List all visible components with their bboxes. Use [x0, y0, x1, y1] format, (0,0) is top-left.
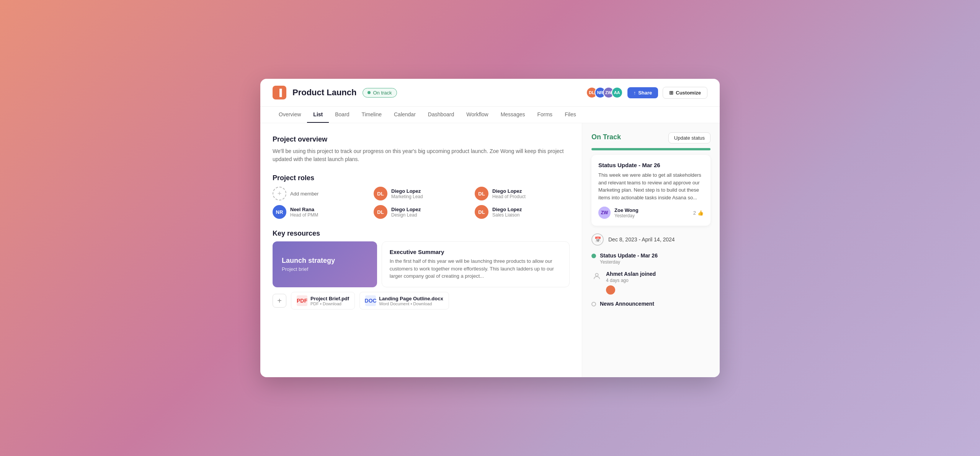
- file-meta-pdf: Project Brief.pdf PDF • Download: [310, 296, 349, 306]
- activity-title-news: News Announcement: [600, 301, 654, 307]
- activity-content-status: Status Update - Mar 26 Yesterday: [600, 252, 658, 265]
- file-items: + PDF Project Brief.pdf PDF • Download D…: [273, 292, 570, 309]
- launch-strategy-card[interactable]: Launch strategy Project brief: [273, 241, 377, 287]
- calendar-icon: 📅: [591, 233, 604, 246]
- update-status-button[interactable]: Update status: [668, 132, 710, 143]
- status-user: ZW Zoe Wong Yesterday: [598, 207, 639, 219]
- share-button[interactable]: ↑ Share: [627, 87, 658, 98]
- file-item-doc[interactable]: DOC Landing Page Outline.docx Word Docum…: [359, 292, 449, 309]
- status-card-footer: ZW Zoe Wong Yesterday 2 👍: [598, 207, 704, 219]
- tab-forms[interactable]: Forms: [531, 107, 559, 123]
- activity-item-news: News Announcement: [591, 301, 710, 307]
- right-panel-header: On Track Update status: [591, 132, 710, 143]
- activity-avatar-joined: [606, 285, 615, 295]
- avatar-group: DL NR ZW AA: [586, 87, 623, 98]
- file-info-pdf: PDF • Download: [310, 301, 349, 306]
- tab-overview[interactable]: Overview: [273, 107, 307, 123]
- pdf-icon: PDF: [297, 295, 307, 306]
- tab-list[interactable]: List: [307, 107, 329, 123]
- launch-strategy-title: Launch strategy: [282, 257, 368, 265]
- role-avatar: DL: [475, 205, 488, 219]
- activity-content-joined: Ahmet Aslan joined 4 days ago: [606, 271, 656, 295]
- tab-dashboard[interactable]: Dashboard: [422, 107, 461, 123]
- role-title: Sales Liaison: [492, 212, 522, 218]
- status-badge: On track: [363, 88, 397, 98]
- customize-button[interactable]: ⊞ Customize: [663, 87, 707, 99]
- role-avatar: DL: [374, 205, 387, 219]
- status-label: On track: [373, 90, 392, 96]
- resource-row: Launch strategy Project brief Executive …: [273, 241, 570, 287]
- activity-title-status: Status Update - Mar 26: [600, 252, 658, 259]
- role-name: Diego Lopez: [391, 188, 423, 194]
- status-author-time: Yesterday: [614, 213, 639, 218]
- timeline-date: Dec 8, 2023 - April 14, 2024: [608, 236, 675, 243]
- project-overview-section: Project overview We'll be using this pro…: [273, 135, 570, 163]
- activity-item-status: Status Update - Mar 26 Yesterday: [591, 252, 710, 265]
- role-info: Neel Rana Head of PMM: [290, 207, 318, 218]
- add-file-button[interactable]: +: [273, 294, 286, 308]
- share-icon: ↑: [634, 90, 636, 96]
- launch-strategy-sub: Project brief: [282, 266, 368, 272]
- role-title: Head of Product: [492, 194, 526, 199]
- status-author-name: Zoe Wong: [614, 207, 639, 213]
- exec-summary-title: Executive Summary: [390, 249, 562, 255]
- status-user-info: Zoe Wong Yesterday: [614, 207, 639, 218]
- role-title: Marketing Lead: [391, 194, 423, 199]
- project-title: Product Launch: [292, 88, 356, 98]
- tab-board[interactable]: Board: [329, 107, 355, 123]
- user-joined-icon: [591, 271, 602, 282]
- key-resources-section: Key resources Launch strategy Project br…: [273, 230, 570, 309]
- role-avatar: NR: [273, 205, 286, 219]
- role-item: DL Diego Lopez Design Lead: [374, 205, 469, 219]
- status-dot: [368, 91, 371, 94]
- role-name: Diego Lopez: [492, 188, 526, 194]
- roles-grid: + Add member DL Diego Lopez Marketing Le…: [273, 187, 570, 219]
- role-info: Diego Lopez Head of Product: [492, 188, 526, 199]
- status-user-avatar: ZW: [598, 207, 611, 219]
- role-item: DL Diego Lopez Marketing Lead: [374, 187, 469, 200]
- role-title: Design Lead: [391, 212, 421, 218]
- left-panel: Project overview We'll be using this pro…: [260, 123, 582, 377]
- like-count[interactable]: 2 👍: [693, 210, 704, 216]
- tab-messages[interactable]: Messages: [495, 107, 531, 123]
- status-card-title: Status Update - Mar 26: [598, 162, 704, 168]
- activity-content-news: News Announcement: [600, 301, 654, 307]
- svg-point-0: [595, 274, 598, 276]
- project-roles-section: Project roles + Add member DL Diego Lope…: [273, 174, 570, 219]
- status-update-card: Status Update - Mar 26 This week we were…: [591, 155, 710, 226]
- right-panel: On Track Update status Status Update - M…: [582, 123, 720, 377]
- tab-workflow[interactable]: Workflow: [460, 107, 494, 123]
- main-content: Project overview We'll be using this pro…: [260, 123, 720, 377]
- activity-time-status: Yesterday: [600, 259, 658, 265]
- file-meta-doc: Landing Page Outline.docx Word Document …: [379, 296, 443, 306]
- role-name: Diego Lopez: [391, 207, 421, 212]
- key-resources-title: Key resources: [273, 230, 570, 238]
- add-member-label: Add member: [290, 191, 318, 197]
- timeline-item: 📅 Dec 8, 2023 - April 14, 2024: [591, 233, 710, 246]
- tab-calendar[interactable]: Calendar: [388, 107, 422, 123]
- activity-item-joined: Ahmet Aslan joined 4 days ago: [591, 271, 710, 295]
- right-status-title: On Track: [591, 133, 621, 141]
- doc-icon: DOC: [365, 295, 376, 306]
- project-roles-title: Project roles: [273, 174, 570, 182]
- file-item-pdf[interactable]: PDF Project Brief.pdf PDF • Download: [291, 292, 355, 309]
- file-name-doc: Landing Page Outline.docx: [379, 296, 443, 301]
- like-icon: 👍: [697, 210, 704, 216]
- status-progress-bar: [591, 148, 710, 150]
- project-overview-title: Project overview: [273, 135, 570, 143]
- tab-timeline[interactable]: Timeline: [356, 107, 388, 123]
- header-right: DL NR ZW AA ↑ Share ⊞ Customize: [586, 87, 707, 99]
- project-overview-desc: We'll be using this project to track our…: [273, 147, 570, 163]
- app-icon: ▐: [273, 86, 286, 99]
- tab-files[interactable]: Files: [559, 107, 582, 123]
- file-info-doc: Word Document • Download: [379, 301, 443, 306]
- executive-summary-card[interactable]: Executive Summary In the first half of t…: [382, 241, 570, 287]
- activity-dot-green: [591, 254, 596, 258]
- avatar: AA: [611, 87, 623, 98]
- role-title: Head of PMM: [290, 212, 318, 218]
- nav-tabs: Overview List Board Timeline Calendar Da…: [260, 107, 720, 123]
- role-item: NR Neel Rana Head of PMM: [273, 205, 368, 219]
- file-name-pdf: Project Brief.pdf: [310, 296, 349, 301]
- add-member-button[interactable]: + Add member: [273, 187, 368, 200]
- role-info: Diego Lopez Marketing Lead: [391, 188, 423, 199]
